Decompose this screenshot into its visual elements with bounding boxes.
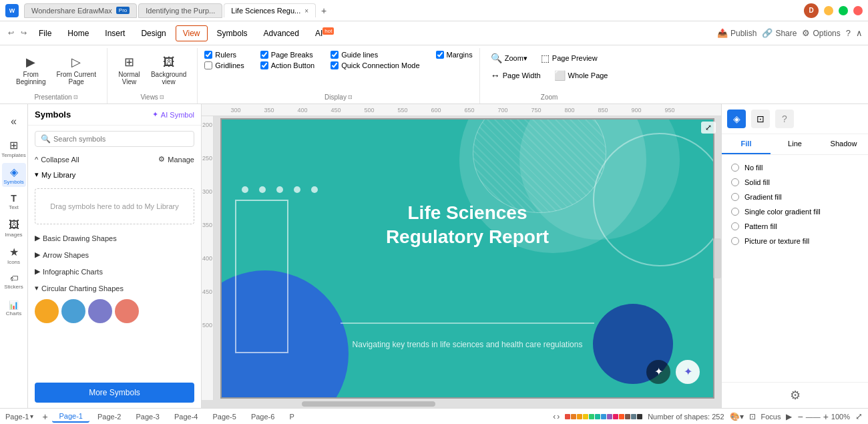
- guide-lines-input[interactable]: [331, 51, 339, 59]
- color-swatch[interactable]: [637, 414, 642, 419]
- color-swatch[interactable]: [631, 414, 636, 419]
- shape-tool-icon[interactable]: ⊡: [751, 110, 770, 128]
- gridlines-input[interactable]: [204, 61, 212, 69]
- no-fill-radio[interactable]: [731, 164, 739, 172]
- solid-fill-radio[interactable]: [731, 178, 739, 186]
- page-fit-button[interactable]: ⊡: [749, 412, 756, 421]
- slide-canvas[interactable]: Life SciencesRegulatory Report Navigatin…: [220, 118, 714, 399]
- page-breaks-checkbox[interactable]: Page Breaks: [260, 51, 314, 59]
- solid-fill-option[interactable]: Solid fill: [727, 175, 863, 190]
- search-input[interactable]: [53, 135, 188, 143]
- circular-header[interactable]: ▾ Circular Charting Shapes: [28, 280, 201, 296]
- menu-file[interactable]: File: [32, 26, 58, 41]
- page-preview-button[interactable]: ⬚ Page Preview: [537, 51, 602, 65]
- main-canvas[interactable]: Life SciencesRegulatory Report Navigatin…: [214, 116, 721, 400]
- arrow-shapes-header[interactable]: ▶ Arrow Shapes: [28, 246, 201, 263]
- expand-canvas-button[interactable]: ⤢: [701, 122, 716, 134]
- minimize-button[interactable]: [824, 6, 833, 15]
- picture-texture-option[interactable]: Picture or texture fill: [727, 234, 863, 248]
- zoom-in-button[interactable]: +: [823, 411, 829, 422]
- fill-tab[interactable]: Fill: [722, 134, 771, 154]
- zoom-out-button[interactable]: −: [797, 411, 803, 422]
- collapse-ribbon-button[interactable]: ∧: [856, 28, 863, 38]
- scroll-thumb[interactable]: [302, 401, 435, 407]
- single-color-gradient-option[interactable]: Single color gradient fill: [727, 204, 863, 219]
- templates-button[interactable]: ⊞ Templates: [2, 136, 26, 160]
- from-current-page-button[interactable]: ▷ From CurrentPage: [52, 52, 99, 88]
- add-tab-button[interactable]: +: [317, 4, 331, 17]
- page-tab-5[interactable]: Page-5: [206, 411, 242, 422]
- page-prev-button[interactable]: ‹: [553, 412, 556, 421]
- menu-view[interactable]: View: [176, 25, 208, 41]
- help-button[interactable]: ?: [846, 28, 851, 38]
- page-width-button[interactable]: ↔ Page Width: [487, 68, 545, 83]
- rulers-input[interactable]: [204, 51, 212, 59]
- play-button[interactable]: ▶: [786, 412, 792, 421]
- question-tool-icon[interactable]: ?: [775, 110, 794, 128]
- fit-screen-button[interactable]: ⤢: [855, 411, 863, 421]
- collapse-all-button[interactable]: ^ Collapse All: [35, 156, 79, 164]
- line-tab[interactable]: Line: [771, 134, 819, 154]
- rulers-checkbox[interactable]: Rulers: [204, 51, 244, 59]
- gridlines-checkbox[interactable]: Gridlines: [204, 61, 244, 69]
- page-tab-1[interactable]: Page-1: [52, 411, 89, 423]
- color-swatch[interactable]: [595, 414, 600, 419]
- menu-ai[interactable]: AIhot: [308, 25, 341, 41]
- normal-view-button[interactable]: ⊞ NormalView: [114, 52, 144, 88]
- stickers-button[interactable]: 🏷 Stickers: [2, 270, 26, 294]
- my-library-header[interactable]: ▾ My Library: [28, 166, 201, 183]
- icons-button[interactable]: ★ Icons: [2, 243, 26, 267]
- vertical-scrollbar[interactable]: [713, 238, 721, 278]
- color-swatch[interactable]: [577, 414, 582, 419]
- charts-button[interactable]: 📊 Charts: [2, 296, 26, 321]
- quick-connection-input[interactable]: [331, 61, 339, 69]
- whole-page-button[interactable]: ⬜ Whole Page: [550, 68, 612, 83]
- share-button[interactable]: 🔗 Share: [762, 28, 797, 38]
- picture-texture-radio[interactable]: [731, 237, 739, 245]
- menu-design[interactable]: Design: [134, 26, 172, 41]
- tab-life-sciences[interactable]: Life Sciences Regu... ×: [224, 3, 316, 17]
- margins-input[interactable]: [436, 51, 444, 59]
- gradient-fill-option[interactable]: Gradient fill: [727, 190, 863, 204]
- page-breaks-input[interactable]: [260, 51, 268, 59]
- color-swatch[interactable]: [607, 414, 612, 419]
- settings-icon[interactable]: ⚙: [790, 388, 801, 403]
- menu-advanced[interactable]: Advanced: [257, 26, 306, 41]
- tab-identifying[interactable]: Identifying the Purp...: [138, 3, 222, 18]
- fill-tool-icon[interactable]: ◈: [727, 110, 746, 128]
- from-beginning-button[interactable]: ▶ FromBeginning: [12, 52, 49, 88]
- action-button-checkbox[interactable]: Action Button: [260, 61, 314, 69]
- manage-button[interactable]: ⚙ Manage: [158, 155, 194, 164]
- shadow-tab[interactable]: Shadow: [819, 134, 868, 154]
- zoom-dropdown-button[interactable]: 🔍 Zoom▾: [487, 51, 531, 65]
- zoom-slider[interactable]: ——: [806, 413, 821, 421]
- pattern-fill-radio[interactable]: [731, 222, 739, 230]
- gradient-fill-radio[interactable]: [731, 193, 739, 201]
- collapse-sidebar-button[interactable]: «: [2, 110, 26, 134]
- thumbnail-3[interactable]: [88, 299, 112, 323]
- menu-home[interactable]: Home: [61, 26, 95, 41]
- close-button[interactable]: [853, 6, 863, 15]
- options-button[interactable]: ⚙ Options: [802, 28, 840, 38]
- page-dropdown-icon[interactable]: ▾: [30, 413, 33, 420]
- thumbnail-2[interactable]: [61, 299, 85, 323]
- settings-panel-button[interactable]: ⚙: [722, 382, 868, 408]
- page-tab-4[interactable]: Page-4: [168, 411, 204, 422]
- tab-close-icon[interactable]: ×: [304, 7, 308, 15]
- tab-wondershare[interactable]: Wondershare EdrawMax Pro: [24, 3, 137, 18]
- color-swatch[interactable]: [565, 414, 570, 419]
- basic-shapes-header[interactable]: ▶ Basic Drawing Shapes: [28, 230, 201, 246]
- ai-sparkle-button[interactable]: ✦: [676, 360, 700, 384]
- infographic-header[interactable]: ▶ Infographic Charts: [28, 263, 201, 280]
- menu-symbols[interactable]: Symbols: [210, 26, 254, 41]
- images-button[interactable]: 🖼 Images: [2, 216, 26, 240]
- thumbnail-1[interactable]: [35, 299, 59, 323]
- page-tab-2[interactable]: Page-2: [91, 411, 128, 422]
- action-button-input[interactable]: [260, 61, 268, 69]
- margins-checkbox[interactable]: Margins: [436, 51, 473, 59]
- color-swatch[interactable]: [589, 414, 594, 419]
- page-tab-6[interactable]: Page-6: [244, 411, 281, 422]
- symbols-button[interactable]: ◈ Symbols: [2, 163, 26, 187]
- magic-wand-button[interactable]: ✦: [646, 360, 670, 384]
- color-swatch[interactable]: [619, 414, 624, 419]
